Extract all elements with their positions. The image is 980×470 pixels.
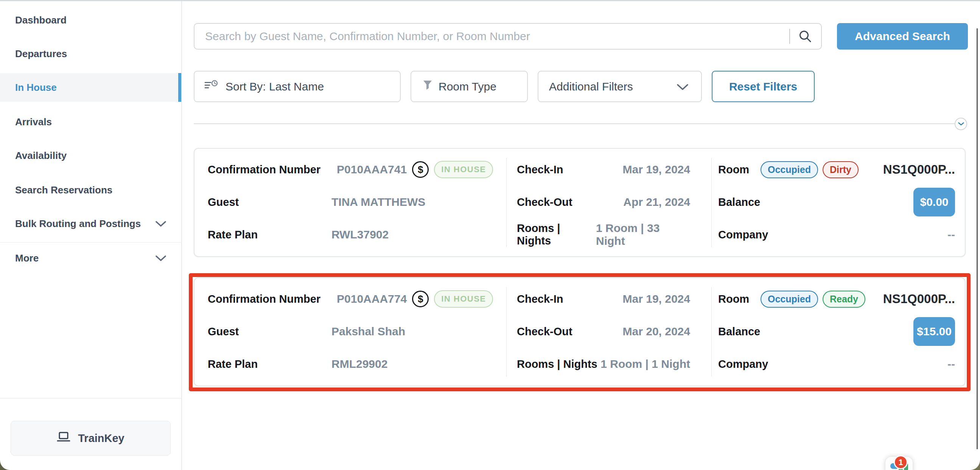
sidebar-item-label: Search Reservations — [15, 184, 112, 196]
list-divider — [194, 123, 955, 124]
reservation-card-selected[interactable]: Confirmation Number P010AAA774 $ IN HOUS… — [194, 277, 966, 386]
chevron-down-icon — [156, 252, 166, 264]
sidebar-item-search-reservations[interactable]: Search Reservations — [0, 178, 181, 202]
additional-filters-dropdown[interactable]: Additional Filters — [538, 71, 702, 102]
reservation-dates-column: Check-In Mar 19, 2024 Check-Out Apr 21, … — [506, 149, 711, 256]
balance-label: Balance — [718, 325, 760, 338]
company-label: Company — [718, 358, 768, 370]
chevron-down-icon — [677, 80, 688, 93]
rate-plan-label: Rate Plan — [208, 358, 331, 370]
check-in-label: Check-In — [517, 293, 563, 305]
sort-by-button[interactable]: Sort By: Last Name — [194, 71, 401, 102]
confirmation-number-value: P010AAA774 — [337, 293, 407, 305]
reservation-card[interactable]: Confirmation Number P010AAA741 $ IN HOUS… — [194, 148, 966, 257]
sidebar-item-label: Arrivals — [15, 116, 52, 128]
sidebar-item-departures[interactable]: Departures — [0, 41, 181, 66]
check-in-value: Mar 19, 2024 — [623, 293, 690, 305]
room-type-label: Room Type — [439, 80, 496, 93]
rooms-nights-label: Rooms | Nights — [517, 358, 597, 370]
sidebar-item-label: Availability — [15, 150, 67, 162]
sidebar-item-in-house[interactable]: In House — [0, 73, 181, 102]
reservation-identity-column: Confirmation Number P010AAA774 $ IN HOUS… — [194, 278, 506, 386]
reservation-dates-column: Check-In Mar 19, 2024 Check-Out Mar 20, … — [506, 278, 711, 386]
reset-filters-button[interactable]: Reset Filters — [712, 71, 815, 102]
sidebar-item-availability[interactable]: Availability — [0, 143, 181, 168]
advanced-search-button[interactable]: Advanced Search — [837, 23, 968, 49]
reset-filters-label: Reset Filters — [729, 80, 797, 93]
company-value: -- — [947, 358, 955, 370]
check-out-value: Apr 21, 2024 — [623, 196, 690, 209]
guest-label: Guest — [208, 325, 331, 338]
check-out-label: Check-Out — [517, 325, 573, 338]
collapse-chevron-button[interactable] — [955, 118, 967, 130]
balance-button[interactable]: $0.00 — [913, 188, 955, 217]
occupied-status-badge: Occupied — [760, 161, 818, 178]
sidebar-item-label: More — [15, 252, 38, 264]
rooms-nights-value: 1 Room | 1 Night — [600, 358, 690, 370]
sidebar: Dashboard Departures In House Arrivals A… — [0, 1, 182, 470]
guest-name-value: Pakshal Shah — [331, 325, 405, 338]
notification-badge[interactable]: 1 — [894, 455, 908, 469]
sidebar-item-label: Departures — [15, 48, 67, 60]
search-bar — [194, 23, 822, 49]
balance-label: Balance — [718, 196, 760, 209]
sidebar-footer-divider — [0, 398, 181, 398]
sidebar-item-label: In House — [15, 82, 57, 94]
balance-button[interactable]: $15.00 — [913, 317, 955, 346]
sidebar-item-label: Bulk Routing and Postings — [15, 218, 141, 230]
room-label: Room — [718, 293, 760, 305]
ready-status-badge: Ready — [822, 291, 865, 307]
company-label: Company — [718, 229, 768, 241]
dollar-circle-icon[interactable]: $ — [412, 161, 429, 178]
sidebar-item-dashboard[interactable]: Dashboard — [0, 8, 181, 32]
rooms-nights-label: Rooms | Nights — [517, 222, 596, 247]
reservation-room-column: Room Occupied Dirty NS1Q000P... Balance … — [711, 149, 965, 256]
room-label: Room — [718, 164, 760, 176]
funnel-icon — [423, 80, 433, 93]
rate-plan-value: RWL37902 — [331, 228, 388, 241]
room-status-badges: Occupied Dirty — [760, 161, 859, 178]
room-number-value: NS1Q000P... — [883, 292, 955, 306]
search-input[interactable] — [194, 24, 789, 49]
occupied-status-badge: Occupied — [760, 291, 818, 307]
dirty-status-badge: Dirty — [822, 161, 859, 178]
room-type-filter-button[interactable]: Room Type — [410, 71, 528, 102]
rate-plan-label: Rate Plan — [208, 229, 331, 241]
in-house-status-badge: IN HOUSE — [434, 161, 493, 178]
sort-by-label: Sort By: Last Name — [226, 80, 324, 93]
check-out-value: Mar 20, 2024 — [623, 325, 690, 338]
company-value: -- — [947, 228, 955, 241]
additional-filters-label: Additional Filters — [549, 80, 633, 93]
trainkey-button[interactable]: TrainKey — [11, 421, 171, 456]
guest-label: Guest — [208, 196, 331, 209]
in-house-status-badge: IN HOUSE — [434, 290, 493, 307]
rooms-nights-value: 1 Room | 33 Night — [596, 222, 690, 247]
sort-icon — [204, 80, 219, 94]
check-in-value: Mar 19, 2024 — [623, 163, 690, 176]
laptop-icon — [57, 432, 70, 445]
chevron-down-icon — [958, 122, 964, 126]
sidebar-item-label: Dashboard — [15, 14, 67, 26]
sidebar-item-more[interactable]: More — [0, 246, 181, 270]
room-number-value: NS1Q000P... — [883, 163, 955, 177]
check-in-label: Check-In — [517, 164, 563, 176]
chevron-down-icon — [156, 218, 166, 230]
guest-name-value: TINA MATTHEWS — [331, 196, 425, 209]
search-divider — [789, 29, 790, 44]
check-out-label: Check-Out — [517, 196, 573, 209]
reservation-room-column: Room Occupied Ready NS1Q000P... Balance … — [711, 278, 965, 386]
sidebar-divider — [0, 242, 181, 242]
trainkey-label: TrainKey — [78, 432, 124, 445]
confirmation-number-value: P010AAA741 — [337, 163, 407, 176]
room-status-badges: Occupied Ready — [760, 291, 865, 307]
confirmation-number-label: Confirmation Number — [208, 164, 331, 176]
confirmation-number-label: Confirmation Number — [208, 293, 331, 305]
reservation-identity-column: Confirmation Number P010AAA741 $ IN HOUS… — [194, 149, 506, 256]
search-icon[interactable] — [799, 30, 812, 43]
sidebar-item-arrivals[interactable]: Arrivals — [0, 110, 181, 134]
rate-plan-value: RML29902 — [331, 358, 387, 370]
sidebar-item-bulk-routing-and-postings[interactable]: Bulk Routing and Postings — [0, 212, 181, 236]
dollar-circle-icon[interactable]: $ — [412, 291, 429, 307]
window-right-edge — [977, 29, 978, 449]
